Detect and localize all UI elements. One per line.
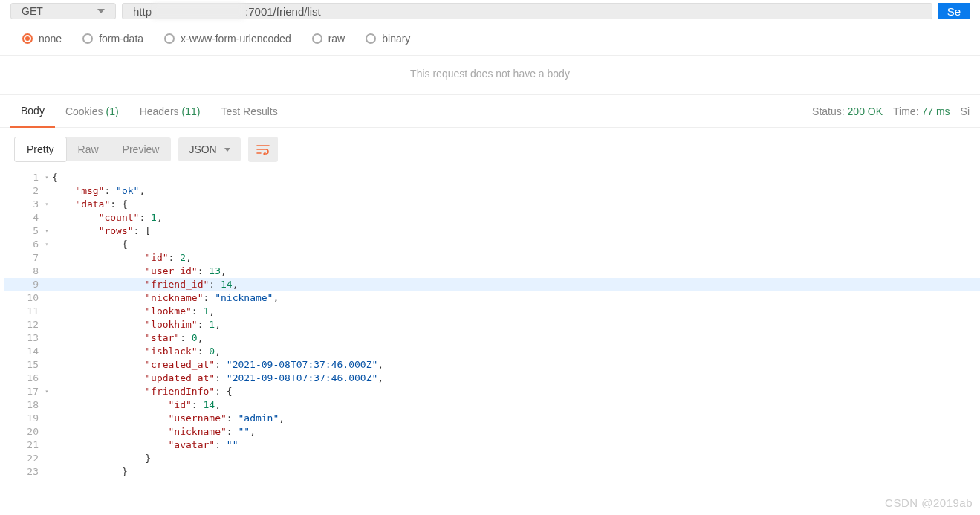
line-number: 17 [4, 385, 42, 398]
format-select[interactable]: JSON [178, 137, 240, 161]
tab-test-results[interactable]: Test Results [210, 95, 288, 128]
code-line[interactable]: 9 "friend_id": 14, [4, 278, 980, 291]
code-line[interactable]: 13 "star": 0, [4, 331, 980, 345]
url-prefix: http [133, 5, 152, 18]
line-number: 20 [4, 425, 42, 438]
url-input[interactable]: http :7001/friend/list [122, 3, 932, 19]
tab-count: (1) [106, 106, 119, 117]
line-number: 5 [4, 224, 42, 238]
fold-icon [42, 265, 52, 278]
code-line[interactable]: 20 "nickname": "", [4, 425, 980, 438]
code-line[interactable]: 5▾ "rows": [ [4, 224, 980, 238]
redacted-host [153, 4, 244, 19]
view-raw-button[interactable]: Raw [66, 137, 111, 161]
code-line[interactable]: 6▾ { [4, 238, 980, 251]
code-text: { [52, 171, 58, 184]
code-text: "id": 14, [52, 398, 221, 412]
code-text: "nickname": "nickname", [52, 291, 279, 305]
radio-label: x-www-form-urlencoded [181, 33, 291, 45]
line-number: 16 [4, 372, 42, 385]
chevron-down-icon [224, 148, 230, 152]
http-method-select[interactable]: GET [10, 3, 116, 19]
code-line[interactable]: 17▾ "friendInfo": { [4, 385, 980, 398]
code-text: "friend_id": 14, [52, 278, 238, 291]
tab-headers[interactable]: Headers(11) [129, 95, 211, 128]
fold-icon [42, 251, 52, 265]
fold-icon [42, 291, 52, 305]
radio-label: form-data [99, 33, 143, 45]
code-line[interactable]: 23 } [4, 465, 980, 479]
view-pretty-button[interactable]: Pretty [14, 137, 67, 162]
code-line[interactable]: 8 "user_id": 13, [4, 265, 980, 278]
fold-icon[interactable]: ▾ [42, 224, 52, 238]
code-text: "lookme": 1, [52, 305, 215, 318]
fold-icon [42, 211, 52, 224]
code-line[interactable]: 14 "isblack": 0, [4, 345, 980, 358]
line-number: 10 [4, 291, 42, 305]
code-text: "star": 0, [52, 331, 204, 345]
radio-icon [164, 33, 175, 44]
code-line[interactable]: 19 "username": "admin", [4, 412, 980, 425]
body-type-selector: none form-data x-www-form-urlencoded raw… [0, 25, 980, 56]
code-line[interactable]: 12 "lookhim": 1, [4, 318, 980, 331]
size-label: Si [961, 106, 970, 117]
time-label: Time: [893, 106, 918, 117]
body-type-form-data[interactable]: form-data [82, 33, 143, 45]
body-type-binary[interactable]: binary [366, 33, 410, 45]
line-number: 21 [4, 438, 42, 452]
send-button[interactable]: Se [938, 3, 970, 19]
time-value: 77 ms [921, 106, 950, 117]
fold-icon[interactable]: ▾ [42, 171, 52, 184]
code-text: "created_at": "2021-09-08T07:37:46.000Z"… [52, 358, 383, 372]
fold-icon [42, 452, 52, 465]
code-line[interactable]: 10 "nickname": "nickname", [4, 291, 980, 305]
code-line[interactable]: 4 "count": 1, [4, 211, 980, 224]
line-number: 11 [4, 305, 42, 318]
line-number: 9 [4, 278, 42, 291]
code-line[interactable]: 15 "created_at": "2021-09-08T07:37:46.00… [4, 358, 980, 372]
fold-icon [42, 278, 52, 291]
code-line[interactable]: 2 "msg": "ok", [4, 184, 980, 198]
code-line[interactable]: 1▾{ [4, 171, 980, 184]
line-number: 3 [4, 198, 42, 211]
body-type-raw[interactable]: raw [312, 33, 345, 45]
method-label: GET [22, 5, 43, 17]
no-body-message: This request does not have a body [0, 56, 980, 95]
status-meta: Status: 200 OK [812, 106, 883, 117]
body-type-none[interactable]: none [22, 33, 62, 45]
status-label: Status: [812, 106, 845, 117]
fold-icon [42, 305, 52, 318]
response-tabs: Body Cookies(1) Headers(11) Test Results… [0, 95, 980, 128]
code-line[interactable]: 16 "updated_at": "2021-09-08T07:37:46.00… [4, 372, 980, 385]
fold-icon[interactable]: ▾ [42, 238, 52, 251]
tab-body[interactable]: Body [10, 95, 55, 128]
line-number: 14 [4, 345, 42, 358]
fold-icon[interactable]: ▾ [42, 385, 52, 398]
code-text: "friendInfo": { [52, 385, 233, 398]
fold-icon [42, 358, 52, 372]
code-text: { [52, 238, 128, 251]
wrap-lines-button[interactable] [248, 137, 278, 162]
code-line[interactable]: 18 "id": 14, [4, 398, 980, 412]
line-number: 18 [4, 398, 42, 412]
code-line[interactable]: 3▾ "data": { [4, 198, 980, 211]
tab-cookies[interactable]: Cookies(1) [55, 95, 129, 128]
code-line[interactable]: 22 } [4, 452, 980, 465]
view-preview-button[interactable]: Preview [111, 137, 172, 161]
code-line[interactable]: 21 "avatar": "" [4, 438, 980, 452]
code-line[interactable]: 7 "id": 2, [4, 251, 980, 265]
fold-icon[interactable]: ▾ [42, 198, 52, 211]
size-meta: Si [961, 106, 970, 117]
code-text: "lookhim": 1, [52, 318, 221, 331]
code-text: "isblack": 0, [52, 345, 221, 358]
response-body-code[interactable]: 1▾{2 "msg": "ok",3▾ "data": {4 "count": … [0, 171, 980, 479]
body-type-urlencoded[interactable]: x-www-form-urlencoded [164, 33, 291, 45]
format-label: JSON [189, 143, 216, 155]
line-number: 8 [4, 265, 42, 278]
code-text: "msg": "ok", [52, 184, 145, 198]
code-text: "avatar": "" [52, 438, 238, 452]
radio-label: none [39, 33, 62, 45]
wrap-icon [256, 144, 270, 155]
time-meta: Time: 77 ms [893, 106, 950, 117]
code-line[interactable]: 11 "lookme": 1, [4, 305, 980, 318]
